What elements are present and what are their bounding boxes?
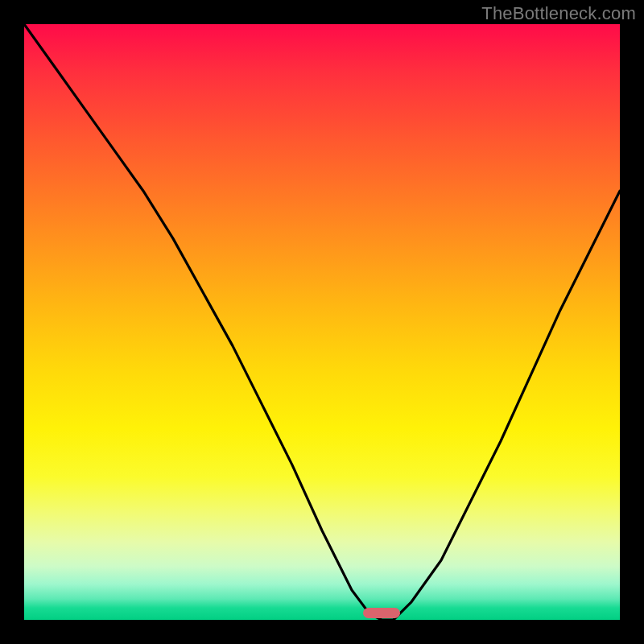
plot-area — [24, 24, 620, 620]
curve-path — [24, 24, 620, 620]
optimal-marker — [363, 608, 400, 618]
watermark-text: TheBottleneck.com — [481, 3, 636, 24]
bottleneck-curve — [24, 24, 620, 620]
chart-frame: TheBottleneck.com — [0, 0, 644, 644]
